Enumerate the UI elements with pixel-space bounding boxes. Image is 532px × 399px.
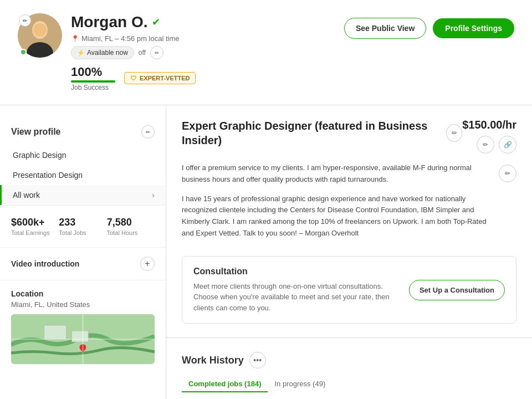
- header-actions: See Public View Profile Settings: [344, 18, 514, 39]
- video-intro-row: Video introduction +: [11, 257, 155, 271]
- see-public-view-button[interactable]: See Public View: [344, 18, 426, 39]
- setup-consultation-button[interactable]: Set Up a Consultation: [409, 280, 505, 300]
- location-row: 📍 Miami, FL – 4:56 pm local time: [71, 34, 196, 43]
- location-section: Location Miami, FL, United States: [0, 280, 166, 373]
- job-success-block: 100% Job Success: [71, 65, 115, 91]
- availability-row: ⚡ Available now off ✏: [71, 46, 196, 59]
- availability-button[interactable]: ⚡ Available now: [71, 46, 134, 59]
- svg-rect-5: [44, 325, 66, 339]
- nav-item-graphic-design[interactable]: Graphic Design: [0, 145, 166, 165]
- main-layout: View profile ✏ Graphic Design Presentati…: [0, 105, 532, 399]
- location-text: Miami, FL – 4:56 pm local time: [81, 34, 180, 43]
- stat-earnings: $600k+ Total Earnings: [11, 217, 59, 236]
- stat-jobs: 233 Total Jobs: [59, 217, 106, 236]
- nav-items: Graphic Design Presentation Design All w…: [0, 145, 166, 205]
- stat-hours: 7,580 Total Hours: [107, 217, 155, 236]
- expert-badge-label: EXPERT-VETTED: [140, 75, 190, 81]
- progress-fill: [71, 80, 115, 83]
- consultation-left: Consultation Meet more clients through o…: [193, 267, 409, 314]
- view-profile-edit-button[interactable]: ✏: [141, 125, 155, 139]
- work-history-more-button[interactable]: •••: [249, 352, 266, 369]
- online-indicator: [20, 49, 27, 55]
- work-history-tabs: Completed jobs (184) In progress (49): [182, 376, 516, 392]
- bio-content: I offer a premium service to my clients.…: [182, 162, 494, 247]
- job-success-label: Job Success: [71, 84, 115, 91]
- work-history-card: Work History ••• Completed jobs (184) In…: [166, 339, 532, 399]
- svg-rect-6: [72, 331, 89, 342]
- sidebar: View profile ✏ Graphic Design Presentati…: [0, 105, 166, 399]
- add-video-button[interactable]: +: [140, 257, 155, 271]
- bio-edit-button[interactable]: ✏: [499, 165, 516, 182]
- tab-completed-jobs[interactable]: Completed jobs (184): [182, 376, 268, 392]
- title-right: $150.00/hr ✏ 🔗: [462, 119, 516, 154]
- bio-paragraph-2: I have 15 years of professional graphic …: [182, 193, 494, 239]
- stat-earnings-value: $600k+: [11, 217, 59, 228]
- work-history-header: Work History •••: [182, 352, 516, 369]
- chevron-right-icon: ›: [152, 191, 155, 200]
- page-wrapper: ✏ Morgan O. ✔: [0, 0, 532, 399]
- availability-status: off: [139, 49, 146, 57]
- availability-edit-button[interactable]: ✏: [150, 46, 163, 59]
- consultation-box: Consultation Meet more clients through o…: [182, 256, 516, 324]
- video-intro-section: Video introduction +: [0, 248, 166, 280]
- lightning-icon: ⚡: [77, 49, 85, 57]
- map-placeholder: [11, 314, 155, 364]
- bio-paragraph-1: I offer a premium service to my clients.…: [182, 162, 494, 186]
- location-pin-icon: 📍: [71, 35, 79, 43]
- stats-row: $600k+ Total Earnings 233 Total Jobs 7,5…: [0, 205, 166, 248]
- stat-jobs-label: Total Jobs: [59, 229, 106, 236]
- stat-hours-label: Total Hours: [107, 229, 155, 236]
- more-icon: •••: [253, 356, 262, 365]
- main-content: Expert Graphic Designer (featured in Bus…: [166, 105, 532, 399]
- sidebar-title-row: View profile ✏: [0, 116, 166, 145]
- location-display: Miami, FL, United States: [11, 300, 155, 309]
- location-title: Location: [11, 289, 155, 298]
- title-edit-button[interactable]: ✏: [446, 124, 462, 142]
- title-section: Expert Graphic Designer (featured in Bus…: [182, 119, 516, 154]
- video-intro-title: Video introduction: [11, 259, 79, 268]
- avatar-wrap: ✏: [18, 13, 62, 58]
- work-history-title: Work History: [182, 355, 244, 366]
- profile-bio-card: Expert Graphic Designer (featured in Bus…: [166, 105, 532, 337]
- rate-actions: ✏ 🔗: [477, 136, 516, 154]
- title-left: Expert Graphic Designer (featured in Bus…: [182, 119, 462, 147]
- stat-jobs-value: 233: [59, 217, 106, 228]
- expert-vetted-badge: 🛡 EXPERT-VETTED: [124, 72, 196, 84]
- consultation-title: Consultation: [193, 267, 409, 277]
- hourly-rate: $150.00/hr: [462, 119, 516, 131]
- progress-bar: [71, 80, 115, 83]
- avatar-edit-button[interactable]: ✏: [19, 14, 31, 27]
- user-name: Morgan O.: [71, 13, 147, 31]
- profile-header: ✏ Morgan O. ✔: [0, 0, 532, 105]
- title-edit-row: Expert Graphic Designer (featured in Bus…: [182, 119, 462, 147]
- nav-item-presentation-design[interactable]: Presentation Design: [0, 165, 166, 185]
- stat-earnings-label: Total Earnings: [11, 229, 59, 236]
- stat-hours-value: 7,580: [107, 217, 155, 228]
- name-row: Morgan O. ✔: [71, 13, 196, 31]
- tab-in-progress[interactable]: In progress (49): [268, 376, 332, 392]
- job-success-row: 100% Job Success 🛡 EXPERT-VETTED: [71, 65, 196, 91]
- rate-link-button[interactable]: 🔗: [499, 136, 516, 154]
- availability-label: Available now: [87, 49, 128, 57]
- consultation-text: Meet more clients through one-on-one vir…: [193, 281, 404, 314]
- svg-point-3: [33, 23, 47, 37]
- job-title: Expert Graphic Designer (featured in Bus…: [182, 119, 442, 147]
- bio-wrap: I offer a premium service to my clients.…: [182, 162, 516, 247]
- shield-icon: 🛡: [130, 75, 136, 81]
- profile-settings-button[interactable]: Profile Settings: [433, 18, 514, 38]
- verified-badge: ✔: [152, 16, 160, 28]
- rate-edit-button[interactable]: ✏: [477, 136, 494, 154]
- job-success-pct: 100%: [71, 65, 115, 79]
- view-profile-title: View profile: [11, 127, 61, 137]
- nav-item-all-work[interactable]: All work ›: [0, 185, 166, 205]
- pencil-icon: ✏: [23, 18, 27, 24]
- profile-left: ✏ Morgan O. ✔: [18, 13, 196, 91]
- profile-info: Morgan O. ✔ 📍 Miami, FL – 4:56 pm local …: [71, 13, 196, 91]
